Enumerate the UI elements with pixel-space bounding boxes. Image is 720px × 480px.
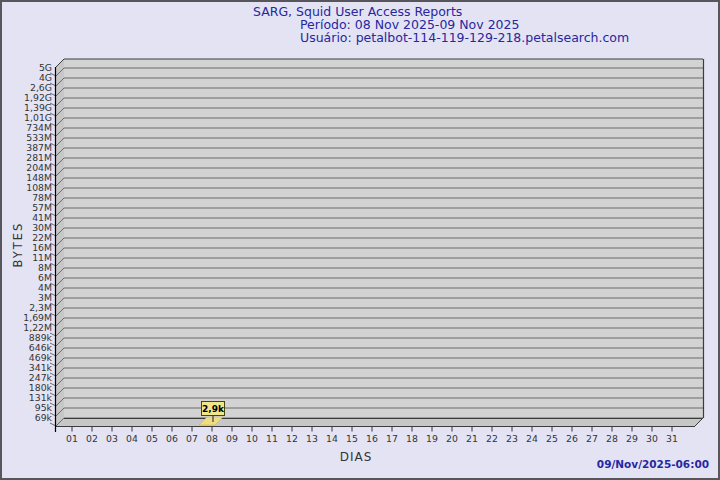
x-tick-label: 14	[326, 433, 338, 444]
x-tick-label: 10	[246, 433, 258, 444]
x-tick-label: 24	[526, 433, 538, 444]
x-tick-label: 31	[666, 433, 678, 444]
x-tick-label: 02	[86, 433, 98, 444]
x-tick-label: 09	[226, 433, 238, 444]
x-tick-label: 12	[286, 433, 298, 444]
x-tick-label: 15	[346, 433, 358, 444]
x-tick-label: 04	[126, 433, 138, 444]
x-tick-label: 28	[606, 433, 618, 444]
x-tick-label: 29	[626, 433, 638, 444]
x-tick-label: 03	[106, 433, 118, 444]
chart-svg: 5G4G2,6G1,92G1,39G1,01G734M533M387M281M2…	[2, 2, 720, 480]
x-tick-label: 26	[566, 433, 578, 444]
x-tick-label: 30	[646, 433, 658, 444]
x-tick-label: 20	[446, 433, 458, 444]
x-tick-label: 18	[406, 433, 418, 444]
x-tick-label: 17	[386, 433, 398, 444]
x-tick-label: 16	[366, 433, 378, 444]
x-tick-label: 11	[266, 433, 278, 444]
x-tick-label: 27	[586, 433, 598, 444]
sarg-report-chart: SARG, Squid User Access Reports Período:…	[0, 0, 720, 480]
x-tick-label: 06	[166, 433, 178, 444]
x-tick-label: 13	[306, 433, 318, 444]
generation-timestamp: 09/Nov/2025-06:00	[597, 458, 709, 470]
x-tick-label: 21	[466, 433, 478, 444]
x-tick-label: 07	[186, 433, 198, 444]
x-tick-label: 25	[546, 433, 558, 444]
x-tick-label: 01	[66, 433, 78, 444]
x-tick-label: 19	[426, 433, 438, 444]
x-tick-label: 23	[506, 433, 518, 444]
value-tooltip-label: 2,9k	[202, 404, 225, 414]
x-tick-label: 05	[146, 433, 158, 444]
plot-floor	[56, 418, 703, 426]
y-tick-label: 69k	[35, 412, 53, 423]
x-tick-label: 08	[206, 433, 218, 444]
x-axis-title: DIAS	[296, 450, 416, 464]
y-axis-title: BYTES	[11, 203, 26, 287]
x-tick-label: 22	[486, 433, 498, 444]
